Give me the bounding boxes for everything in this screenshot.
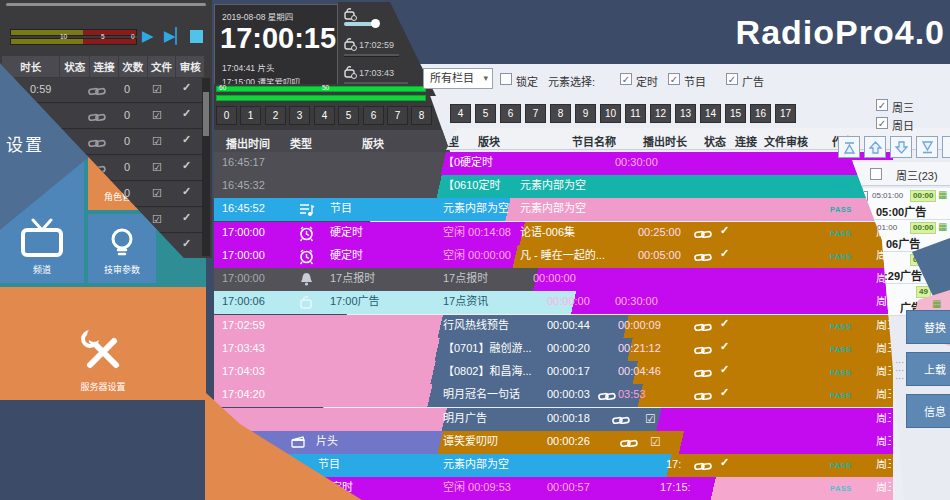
scrollbar[interactable] — [202, 78, 210, 256]
hour-tab-light[interactable]: 14 — [700, 104, 721, 123]
info-button[interactable]: 信息 — [906, 394, 950, 428]
program-checkbox[interactable]: ✓ — [668, 73, 680, 85]
alarm-icon — [298, 248, 315, 265]
playlist-row[interactable]: 17:00:06 17:00广告 17点资讯 00:00:00 00:30:00… — [214, 291, 893, 314]
hour-tab-light[interactable]: 15 — [725, 104, 746, 123]
playlist-row[interactable]: 17:02:59 行风热线预告 00:00:44 00:00:09 ✓ PASS… — [214, 315, 893, 338]
playlist-row[interactable]: 明月广告 00:00:18 ☑ 周三 — [214, 408, 893, 431]
hour-tab-dark[interactable]: 8 — [411, 106, 432, 125]
replace-button[interactable]: 替换 — [906, 310, 950, 344]
count-value: 0 — [124, 161, 130, 173]
link-icon — [598, 392, 616, 401]
hour-tab-dark[interactable]: 4 — [314, 106, 335, 125]
col-program-name: 节目名称 — [572, 133, 616, 149]
cell-time: 17:04:20 — [222, 389, 265, 400]
cell-time: 17:00:00 — [222, 273, 265, 284]
item-time: 05:01:00 — [872, 191, 903, 200]
playlist-row[interactable]: 17:04:03 【0802】和昌海... 00:00:17 00:04:46 … — [214, 361, 893, 384]
move-up-button[interactable] — [864, 136, 886, 158]
upload-button[interactable]: 上载 — [906, 352, 950, 386]
col-status: 状态 — [60, 56, 89, 77]
hour-tab-light[interactable]: 6 — [500, 104, 521, 123]
tile-tech-params[interactable]: 技审参数 — [88, 214, 156, 283]
day-list-header[interactable]: 周三(23) — [852, 162, 950, 186]
cell-duration: 00:00:00 — [533, 273, 576, 284]
cell-duration: 00:30:00 — [615, 157, 658, 168]
hour-tab-light[interactable]: 13 — [675, 104, 696, 123]
stop-button[interactable] — [190, 30, 203, 43]
audit-check-icon: ✓ — [182, 81, 191, 94]
hour-tab-dark[interactable]: 7 — [387, 106, 408, 125]
playlist-row[interactable]: 片头 谭笑爱叨叨 00:00:26 ☑ 周三 — [214, 431, 893, 454]
item-offset: 00:00 — [910, 222, 936, 234]
item-name: 05:00广告 — [876, 203, 926, 219]
day-checkbox[interactable] — [870, 168, 882, 180]
cell-time: 17:00:00 — [222, 227, 265, 238]
link-icon — [612, 416, 630, 425]
cell-block: 硬定时 — [330, 250, 363, 261]
category-select[interactable]: 所有栏目 ▾ — [423, 68, 493, 89]
hour-tab-light[interactable]: 7 — [525, 104, 546, 123]
cell-time: 17:04:03 — [222, 366, 265, 377]
hour-tab-dark[interactable]: 0 — [216, 106, 237, 125]
pass-badge: PASS — [830, 253, 852, 261]
hour-tab-light[interactable]: 5 — [475, 104, 496, 123]
sunday-checkbox[interactable]: ✓ — [876, 117, 888, 129]
playlist-row[interactable]: 17:04:20 明月冠名一句话 00:00:03 03:53 ✓ PASS 周… — [214, 384, 893, 407]
playlist-row[interactable]: 17:00:00 硬定时 空闲 00:14:08 论语-006集 00:25:0… — [214, 222, 893, 245]
playlist-row[interactable]: 17:00:00 硬定时 空闲 00:00:00 凡 - 睡在一起的... 00… — [214, 245, 893, 268]
vu-scale-10: 10 — [60, 33, 67, 40]
count-value: 0 — [124, 83, 130, 95]
cell-block: 节目 — [318, 459, 340, 470]
cell-time: 17:00:00 — [222, 250, 265, 261]
lock-checkbox[interactable] — [500, 73, 512, 85]
hour-tab-dark[interactable]: 6 — [363, 106, 384, 125]
cell-duration2: 00:30:00 — [615, 296, 658, 307]
cell-name: 17点报时 — [443, 273, 488, 284]
hour-tab-dark[interactable]: 2 — [265, 106, 286, 125]
scrollbar-thumb[interactable] — [203, 92, 209, 136]
tile-server-settings[interactable]: 服务器设置 — [0, 287, 206, 400]
audit-check-icon: ✓ — [182, 211, 191, 224]
move-bottom-button[interactable] — [916, 136, 938, 158]
check-icon: ✓ — [720, 225, 729, 236]
ad-checkbox[interactable]: ✓ — [726, 73, 738, 85]
splitter-handle[interactable]: ⋮⋮⋮ — [897, 358, 902, 382]
skip-button[interactable]: ▶▏ — [164, 28, 187, 43]
hour-tab-dark[interactable]: 1 — [240, 106, 261, 125]
pass-badge: PASS — [830, 392, 852, 400]
hour-tab-light[interactable]: 17 — [775, 104, 796, 123]
hour-tab-light[interactable]: 11 — [625, 104, 646, 123]
hour-tab-dark[interactable]: 3 — [289, 106, 310, 125]
hour-tab-light[interactable]: 9 — [575, 104, 596, 123]
slider-thumb[interactable] — [371, 19, 380, 28]
hour-tab-light[interactable]: 12 — [650, 104, 671, 123]
move-top-button[interactable] — [838, 136, 860, 158]
hour-tab-light[interactable]: 10 — [600, 104, 621, 123]
first-play-button[interactable]: 首 — [942, 136, 950, 158]
audit-check-icon: ✓ — [182, 185, 191, 198]
check-icon: ✓ — [720, 248, 729, 259]
cell-author: 周三 — [876, 366, 891, 377]
timer-checkbox[interactable]: ✓ — [620, 73, 632, 85]
hour-tab-light[interactable]: 8 — [550, 104, 571, 123]
playlist-row[interactable]: 16:45:17 【0硬定时 00:30:00 — [214, 152, 893, 175]
hour-tab-light[interactable]: 16 — [750, 104, 771, 123]
playlist-row[interactable]: 16:45:32 【0610定时 元素内部为空 PASS — [214, 175, 893, 198]
hour-tab-light[interactable]: 4 — [450, 104, 471, 123]
playlist-row[interactable]: 16:45:52 节目 元素内部为空 元素内部为空 PASS — [214, 198, 893, 221]
cell-duration: 00:05:00 — [638, 250, 681, 261]
play-button[interactable]: ▶ — [142, 28, 154, 43]
cell-duration2: 00:04:46 — [618, 366, 661, 377]
hour-tab-dark[interactable]: 5 — [338, 106, 359, 125]
wednesday-label: 周三 — [892, 99, 914, 115]
playlist-row[interactable]: 17:03:43 【0701】融创游... 00:00:20 00:21:12 … — [214, 338, 893, 361]
file-check-icon: ☑ — [152, 135, 162, 148]
wednesday-checkbox[interactable]: ✓ — [876, 99, 888, 111]
move-down-button[interactable] — [890, 136, 912, 158]
playlist-row[interactable]: 17:00:00 17点报时 17点报时 00:00:00 周三 — [214, 268, 893, 291]
cell-duration: 00:25:00 — [638, 227, 681, 238]
link-icon — [694, 323, 712, 332]
cell-author: 周三 — [876, 413, 891, 424]
current-time: 17:00:15 — [220, 22, 336, 55]
